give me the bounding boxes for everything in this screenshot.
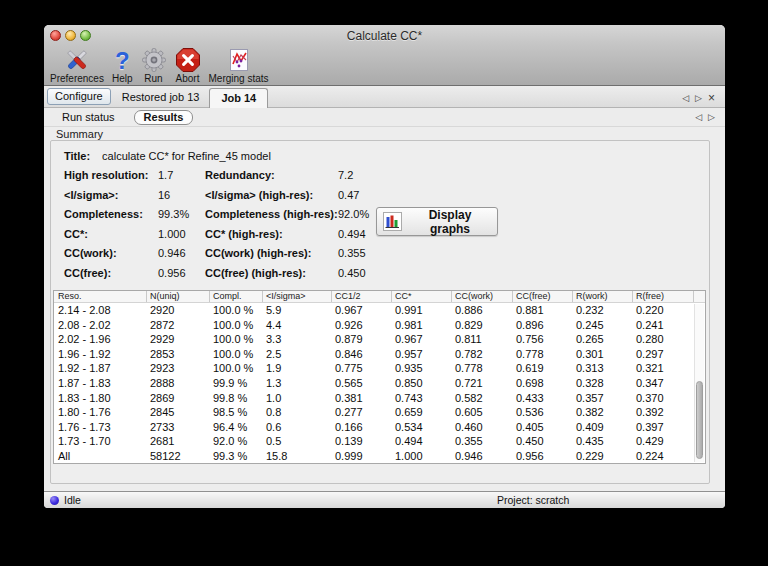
table-row[interactable]: 1.92 - 1.87 2923 100.0 % 1.9 0.775 0.935… — [54, 361, 705, 376]
cell-cc12: 0.565 — [331, 376, 391, 391]
cell-compl: 92.0 % — [209, 434, 262, 449]
summary-row: CC(free): 0.956 CC(free) (high-res): 0.4… — [51, 267, 709, 287]
table-row[interactable]: 1.96 - 1.92 2853 100.0 % 2.5 0.846 0.957… — [54, 347, 705, 362]
tab-nav-controls: ◁ ▷ × — [682, 93, 725, 107]
summary-row: CC(work): 0.946 CC(work) (high-res): 0.3… — [51, 247, 709, 267]
cell-rfree: 0.392 — [632, 405, 693, 420]
toolbar-button-help[interactable]: ? Help — [108, 46, 137, 84]
window-header: Calculate CC* — [44, 25, 725, 86]
cell-rfree: 0.370 — [632, 391, 693, 406]
summary-value-high-res: 92.0% — [338, 208, 369, 220]
toolbar-label: Run — [144, 73, 162, 84]
cell-cc12: 0.775 — [331, 361, 391, 376]
cell-ccstar: 0.981 — [391, 318, 451, 333]
cell-isigma: 1.0 — [262, 391, 331, 406]
cell-ccfree: 0.536 — [512, 405, 572, 420]
cell-rwork: 0.232 — [572, 303, 632, 318]
scrollbar-thumb[interactable] — [696, 381, 703, 458]
cell-rwork: 0.301 — [572, 347, 632, 362]
cell-ccwork: 0.811 — [451, 332, 512, 347]
summary-label-high-res: CC(work) (high-res): — [205, 247, 311, 259]
cell-nuniq: 2872 — [146, 318, 209, 333]
tab-results[interactable]: Results — [134, 110, 194, 125]
left-arrow-icon[interactable]: ◁ — [682, 93, 689, 103]
toolbar: Preferences ? Help — [44, 46, 725, 86]
left-arrow-icon[interactable]: ◁ — [695, 112, 702, 122]
cell-rfree: 0.224 — [632, 449, 693, 464]
bar-chart-icon — [383, 212, 402, 231]
cell-compl: 100.0 % — [209, 361, 262, 376]
toolbar-button-abort[interactable]: Abort — [171, 46, 205, 84]
tab-job-14[interactable]: Job 14 — [209, 88, 268, 108]
summary-value: 1.000 — [158, 228, 186, 240]
summary-value-high-res: 0.494 — [338, 228, 366, 240]
close-icon[interactable]: × — [708, 93, 715, 103]
table-row[interactable]: 1.73 - 1.70 2681 92.0 % 0.5 0.139 0.494 … — [54, 434, 705, 449]
table-row[interactable]: All 58122 99.3 % 15.8 0.999 1.000 0.946 … — [54, 449, 705, 464]
cell-isigma: 0.8 — [262, 405, 331, 420]
tab-configure[interactable]: Configure — [47, 88, 111, 105]
toolbar-button-merging-stats[interactable]: Merging stats — [205, 46, 273, 84]
cell-cc12: 0.846 — [331, 347, 391, 362]
table-row[interactable]: 1.76 - 1.73 2733 96.4 % 0.6 0.166 0.534 … — [54, 420, 705, 435]
right-arrow-icon[interactable]: ▷ — [695, 93, 702, 103]
table-row[interactable]: 2.14 - 2.08 2920 100.0 % 5.9 0.967 0.991… — [54, 303, 705, 318]
tab-restored-job-13[interactable]: Restored job 13 — [112, 88, 210, 107]
table-row[interactable]: 1.83 - 1.80 2869 99.8 % 1.0 0.381 0.743 … — [54, 391, 705, 406]
cell-ccfree: 0.433 — [512, 391, 572, 406]
column-header-cc12: CC1/2 — [331, 291, 391, 302]
cell-ccstar: 0.494 — [391, 434, 451, 449]
sub-tab-bar: Run status Results ◁ ▷ — [44, 108, 725, 127]
cell-ccwork: 0.778 — [451, 361, 512, 376]
results-content: Summary Title:calculate CC* for Refine_4… — [44, 127, 725, 491]
table-scrollbar[interactable] — [694, 304, 704, 462]
table-row[interactable]: 1.87 - 1.83 2888 99.9 % 1.3 0.565 0.850 … — [54, 376, 705, 391]
cell-ccwork: 0.721 — [451, 376, 512, 391]
summary-label: Completeness: — [64, 208, 143, 220]
summary-value-high-res: 0.47 — [338, 189, 359, 201]
cell-reso: 1.80 - 1.76 — [54, 405, 146, 420]
cell-ccwork: 0.946 — [451, 449, 512, 464]
cell-ccstar: 0.935 — [391, 361, 451, 376]
cell-ccstar: 0.534 — [391, 420, 451, 435]
cell-rfree: 0.347 — [632, 376, 693, 391]
toolbar-button-preferences[interactable]: Preferences — [46, 46, 108, 84]
summary-title-value: calculate CC* for Refine_45 model — [102, 150, 271, 162]
cell-ccstar: 0.991 — [391, 303, 451, 318]
cell-compl: 99.3 % — [209, 449, 262, 464]
cell-ccfree: 0.405 — [512, 420, 572, 435]
cell-cc12: 0.879 — [331, 332, 391, 347]
cell-nuniq: 2681 — [146, 434, 209, 449]
table-row[interactable]: 1.80 - 1.76 2845 98.5 % 0.8 0.277 0.659 … — [54, 405, 705, 420]
cell-reso: 1.92 - 1.87 — [54, 361, 146, 376]
column-header-rwork: R(work) — [572, 291, 632, 302]
cell-reso: 2.14 - 2.08 — [54, 303, 146, 318]
cell-rfree: 0.397 — [632, 420, 693, 435]
table-row[interactable]: 2.02 - 1.96 2929 100.0 % 3.3 0.879 0.967… — [54, 332, 705, 347]
cell-nuniq: 2923 — [146, 361, 209, 376]
cell-compl: 99.8 % — [209, 391, 262, 406]
idle-indicator-icon — [50, 496, 59, 505]
cell-reso: 1.96 - 1.92 — [54, 347, 146, 362]
cell-compl: 100.0 % — [209, 318, 262, 333]
cell-reso: 1.87 - 1.83 — [54, 376, 146, 391]
toolbar-button-run[interactable]: Run — [137, 46, 171, 84]
column-header-isigma: <I/sigma> — [262, 291, 331, 302]
column-header-compl: Compl. — [209, 291, 262, 302]
subtab-nav-controls: ◁ ▷ — [695, 112, 725, 122]
summary-value: 0.956 — [158, 267, 186, 279]
window-titlebar[interactable]: Calculate CC* — [44, 25, 725, 46]
cell-reso: All — [54, 449, 146, 464]
status-bar: Idle Project: scratch — [44, 491, 725, 508]
summary-value: 16 — [158, 189, 170, 201]
cell-ccstar: 0.850 — [391, 376, 451, 391]
cell-ccfree: 0.756 — [512, 332, 572, 347]
cell-ccstar: 0.957 — [391, 347, 451, 362]
tab-run-status[interactable]: Run status — [52, 111, 125, 123]
cell-nuniq: 2845 — [146, 405, 209, 420]
display-graphs-button[interactable]: Display graphs — [376, 207, 498, 236]
right-arrow-icon[interactable]: ▷ — [708, 112, 715, 122]
table-row[interactable]: 2.08 - 2.02 2872 100.0 % 4.4 0.926 0.981… — [54, 318, 705, 333]
cell-rwork: 0.382 — [572, 405, 632, 420]
cell-nuniq: 58122 — [146, 449, 209, 464]
